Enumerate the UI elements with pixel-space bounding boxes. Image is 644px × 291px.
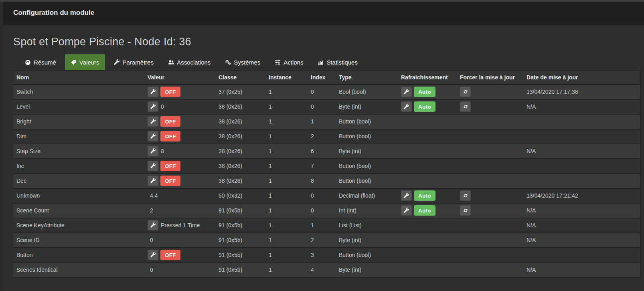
cell-type: Byte (int) — [336, 99, 398, 114]
wrench-icon — [404, 104, 409, 109]
auto-badge[interactable]: Auto — [414, 101, 435, 112]
cell-forcer-mise-a-jour — [457, 85, 523, 99]
cell-valeur: 2 — [144, 203, 215, 218]
cell-index: 4 — [308, 263, 336, 277]
poll-wrench-button[interactable] — [401, 101, 412, 112]
cell-type: Button (bool) — [336, 159, 398, 174]
cell-rafraichissement — [398, 233, 457, 248]
cell-valeur: OFF — [144, 85, 215, 99]
cell-rafraichissement — [398, 174, 457, 188]
tab-actions[interactable]: Actions — [269, 54, 309, 70]
refresh-controls: Auto — [401, 101, 435, 112]
force-refresh-button[interactable] — [460, 190, 471, 201]
cell-index: 0 — [308, 85, 336, 99]
cell-classe: 38 (0x26) — [215, 144, 265, 159]
cell-valeur: 0 — [144, 144, 215, 159]
cell-nom: Inc — [13, 159, 144, 174]
table-header-row: Nom Valeur Classe Instance Index Type Ra… — [13, 71, 640, 85]
tab-systemes[interactable]: Systèmes — [219, 54, 266, 70]
wrench-icon — [150, 148, 156, 154]
value-wrench-button[interactable] — [148, 220, 158, 230]
cell-index: 7 — [308, 159, 336, 174]
cell-date-mise-a-jour: N/A — [523, 218, 640, 233]
value-wrench-button[interactable] — [148, 87, 158, 97]
cell-date-mise-a-jour: N/A — [523, 99, 640, 114]
table-row: Scene Count 2 91 (0x5b) 1 0 Int (int) Au… — [13, 203, 640, 218]
value-state-badge[interactable]: OFF — [160, 116, 180, 127]
tab-valeurs[interactable]: Valeurs — [65, 54, 105, 70]
tab-parametres[interactable]: Paramètres — [108, 54, 160, 70]
cell-nom: Unknown — [13, 188, 144, 203]
cell-date-mise-a-jour — [523, 114, 640, 129]
cell-instance: 1 — [265, 159, 308, 174]
wrench-icon — [404, 89, 409, 95]
cell-classe: 38 (0x26) — [215, 159, 265, 174]
tab-label: Actions — [284, 59, 303, 66]
wrench-icon — [150, 252, 156, 258]
tab-resume[interactable]: Résumé — [19, 54, 62, 70]
table-row: Dec OFF 38 (0x26) 1 8 Button (bool) — [13, 174, 640, 188]
value-wrench-button[interactable] — [148, 250, 158, 260]
tab-associations[interactable]: Associations — [162, 54, 216, 70]
cell-forcer-mise-a-jour — [457, 174, 523, 188]
auto-badge[interactable]: Auto — [414, 205, 435, 216]
value-wrench-button[interactable] — [148, 161, 158, 171]
value-state-badge[interactable]: OFF — [160, 176, 180, 186]
cell-forcer-mise-a-jour — [457, 248, 523, 263]
value-wrench-button[interactable] — [148, 131, 158, 141]
cell-date-mise-a-jour: N/A — [523, 203, 640, 218]
cell-rafraichissement: Auto — [398, 203, 457, 218]
cell-index: 0 — [308, 203, 336, 218]
auto-badge[interactable]: Auto — [414, 87, 435, 97]
value-wrench-button[interactable] — [148, 101, 158, 112]
poll-wrench-button[interactable] — [401, 87, 412, 97]
cell-valeur: OFF — [144, 114, 215, 129]
value-text: 4.4 — [150, 192, 158, 199]
table-row: Step Size 0 38 (0x26) 1 6 Byte (int) N/A — [13, 144, 640, 159]
cell-forcer-mise-a-jour — [457, 233, 523, 248]
value-wrench-button[interactable] — [148, 176, 158, 186]
column-header-classe: Classe — [215, 71, 265, 85]
cell-type: Byte (int) — [336, 263, 398, 277]
value-state-badge[interactable]: OFF — [160, 250, 180, 260]
cell-valeur: OFF — [144, 159, 215, 174]
cell-nom: Dec — [13, 174, 144, 188]
cell-date-mise-a-jour — [523, 248, 640, 263]
table-row: Scene KeyAttribute Pressed 1 Time 91 (0x… — [13, 218, 640, 233]
cell-forcer-mise-a-jour — [457, 263, 523, 277]
auto-badge[interactable]: Auto — [414, 190, 435, 201]
cell-date-mise-a-jour — [523, 174, 640, 188]
value-state-badge[interactable]: OFF — [160, 87, 180, 97]
dialog-title: Configuration du module — [13, 9, 94, 17]
force-refresh-button[interactable] — [460, 205, 471, 216]
poll-wrench-button[interactable] — [401, 190, 412, 201]
wrench-icon — [404, 208, 409, 213]
cell-type: Button (bool) — [336, 174, 398, 188]
cell-nom: Scenes Identical — [13, 263, 144, 277]
force-refresh-button[interactable] — [460, 101, 471, 112]
wrench-icon — [150, 163, 156, 169]
cell-index: 2 — [308, 129, 336, 144]
cell-valeur: 0 — [144, 99, 215, 114]
value-state-badge[interactable]: OFF — [160, 161, 180, 171]
wrench-icon — [150, 89, 156, 95]
cell-index: 0 — [308, 99, 336, 114]
cell-classe: 91 (0x5b) — [215, 248, 265, 263]
cell-type: Byte (int) — [336, 144, 398, 159]
cell-classe: 38 (0x26) — [215, 114, 265, 129]
refresh-controls: Auto — [401, 205, 435, 216]
value-state-badge[interactable]: OFF — [160, 131, 180, 141]
tab-statistiques[interactable]: Statistiques — [312, 54, 363, 70]
cell-valeur: 0 — [144, 233, 215, 248]
poll-wrench-button[interactable] — [401, 205, 412, 216]
value-wrench-button[interactable] — [148, 116, 158, 127]
column-header-instance: Instance — [265, 71, 308, 85]
force-refresh-button[interactable] — [460, 87, 471, 97]
table-body: Switch OFF 37 (0x25) 1 0 Bool (bool) Aut… — [13, 85, 640, 277]
column-header-valeur: Valeur — [144, 71, 215, 85]
cell-rafraichissement — [398, 144, 457, 159]
cell-instance: 1 — [265, 248, 308, 263]
cell-date-mise-a-jour: 13/04/2020 17:21:42 — [523, 188, 640, 203]
refresh-controls: Auto — [401, 190, 435, 201]
value-wrench-button[interactable] — [148, 146, 158, 156]
